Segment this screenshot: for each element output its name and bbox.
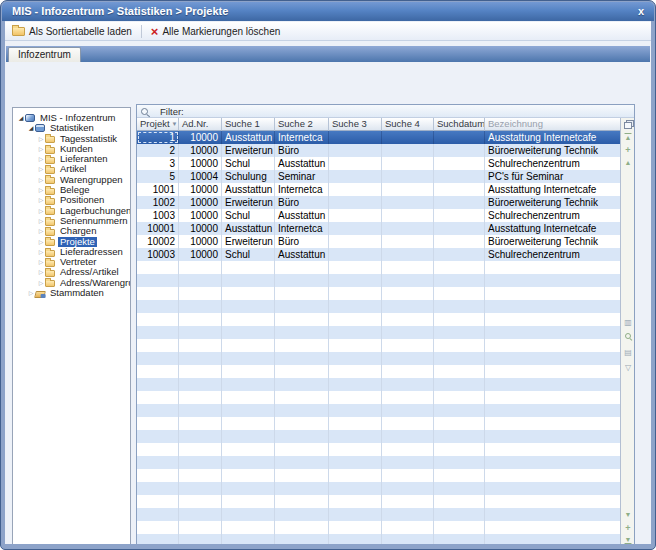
table-row-empty bbox=[137, 352, 621, 365]
collapsed-arrow-icon[interactable]: ▷ bbox=[37, 278, 45, 288]
add-mark-icon[interactable]: + bbox=[621, 145, 635, 155]
tree-item-belege[interactable]: ▷Belege bbox=[13, 185, 130, 195]
table-cell bbox=[275, 456, 329, 469]
table-cell bbox=[434, 196, 485, 209]
columns-panel-icon[interactable]: ▥ bbox=[621, 318, 635, 328]
tree-item-stammdaten[interactable]: ▷Stammdaten bbox=[13, 288, 130, 298]
table-cell bbox=[382, 508, 434, 521]
table-row[interactable]: 100210000ErweiterunBüroBüroerweiterung T… bbox=[137, 196, 621, 209]
expanded-arrow-icon[interactable]: ◢ bbox=[27, 123, 35, 133]
table-cell bbox=[137, 404, 179, 417]
table-row[interactable]: 100110000AusstattunInternetcaAusstattung… bbox=[137, 183, 621, 196]
red-x-icon: × bbox=[151, 25, 159, 38]
close-icon[interactable]: x bbox=[638, 2, 644, 21]
table-row[interactable]: 1000310000SchulAusstattunSchulrechenzent… bbox=[137, 248, 621, 261]
collapsed-arrow-icon[interactable]: ▷ bbox=[37, 154, 45, 164]
table-cell bbox=[275, 404, 329, 417]
scroll-up-icon[interactable]: ▲ bbox=[621, 158, 635, 168]
go-last-icon[interactable]: ▼ bbox=[621, 535, 635, 544]
table-row[interactable]: 1000110000AusstattunInternetcaAusstattun… bbox=[137, 222, 621, 235]
tree-item-chargen[interactable]: ▷Chargen bbox=[13, 226, 130, 236]
tree-item-warengruppen[interactable]: ▷Warengruppen bbox=[13, 175, 130, 185]
tree-item-mis-infozentrum[interactable]: ◢MIS - Infozentrum bbox=[13, 113, 130, 123]
rows-panel-icon[interactable]: ▤ bbox=[621, 348, 635, 358]
tree-item-lieferadressen[interactable]: ▷Lieferadressen bbox=[13, 247, 130, 257]
load-sort-table-button[interactable]: Als Sortiertabelle laden bbox=[5, 23, 139, 40]
tree-item-label: Lieferadressen bbox=[58, 247, 125, 257]
scroll-down-icon[interactable]: ▼ bbox=[621, 510, 635, 520]
folder-icon bbox=[45, 229, 55, 236]
tree-item-projekte[interactable]: ▷Projekte bbox=[13, 237, 130, 247]
tree-item-statistiken[interactable]: ◢Statistiken bbox=[13, 123, 130, 133]
filter-panel-icon[interactable]: ▽ bbox=[621, 363, 635, 373]
column-header-suche-2[interactable]: Suche 2 bbox=[275, 118, 329, 131]
collapsed-arrow-icon[interactable]: ▷ bbox=[37, 164, 45, 174]
table-cell: 10004 bbox=[179, 170, 222, 183]
grid-filter-row[interactable]: Filter: bbox=[137, 105, 634, 118]
table-row[interactable]: 1000210000ErweiterunBüroBüroerweiterung … bbox=[137, 235, 621, 248]
column-header-bezeichnung[interactable]: Bezeichnung bbox=[485, 118, 621, 131]
tree-item-tagesstatistik[interactable]: ▷Tagesstatistik bbox=[13, 134, 130, 144]
collapsed-arrow-icon[interactable]: ▷ bbox=[37, 134, 45, 144]
column-header-suche-4[interactable]: Suche 4 bbox=[382, 118, 434, 131]
column-header-ad-nr-[interactable]: Ad.Nr. bbox=[179, 118, 222, 131]
table-row[interactable]: 100310000SchulAusstattunSchulrechenzentr… bbox=[137, 209, 621, 222]
table-cell bbox=[137, 313, 179, 326]
table-cell: Büroerweiterung Technik bbox=[485, 196, 621, 209]
table-row[interactable]: 110000AusstattunInternetcaAusstattung In… bbox=[137, 131, 621, 144]
tab-infozentrum[interactable]: Infozentrum bbox=[8, 47, 81, 62]
table-cell bbox=[485, 261, 621, 274]
table-cell bbox=[137, 456, 179, 469]
table-cell bbox=[434, 495, 485, 508]
tree-item-positionen[interactable]: ▷Positionen bbox=[13, 195, 130, 205]
column-header-suche-1[interactable]: Suche 1 bbox=[222, 118, 275, 131]
grid-nav-strip: ▲ + ▲ ▥ ▤ ▽ ▼ + ▼ bbox=[620, 118, 634, 544]
table-row-empty bbox=[137, 521, 621, 534]
tree-item-artikel[interactable]: ▷Artikel bbox=[13, 164, 130, 174]
tree-item-adress-warengruppen[interactable]: ▷Adress/Warengruppen bbox=[13, 278, 130, 288]
collapsed-arrow-icon[interactable]: ▷ bbox=[37, 175, 45, 185]
collapsed-arrow-icon[interactable]: ▷ bbox=[37, 144, 45, 154]
table-cell bbox=[382, 274, 434, 287]
table-row[interactable]: 310000SchulAusstattunSchulrechenzentrum bbox=[137, 157, 621, 170]
add-mark-bottom-icon[interactable]: + bbox=[621, 523, 635, 533]
go-first-icon[interactable]: ▲ bbox=[621, 133, 635, 143]
collapsed-arrow-icon[interactable]: ▷ bbox=[37, 206, 45, 216]
collapsed-arrow-icon[interactable]: ▷ bbox=[37, 257, 45, 267]
grid-search-icon[interactable] bbox=[624, 332, 633, 341]
collapsed-arrow-icon[interactable]: ▷ bbox=[37, 185, 45, 195]
table-cell bbox=[329, 365, 382, 378]
table-cell: Schulrechenzentrum bbox=[485, 248, 621, 261]
collapsed-arrow-icon[interactable]: ▷ bbox=[37, 216, 45, 226]
collapsed-arrow-icon[interactable]: ▷ bbox=[37, 247, 45, 257]
column-header-projekt[interactable]: Projekt▼ bbox=[137, 118, 179, 131]
tree-item-vertreter[interactable]: ▷Vertreter bbox=[13, 257, 130, 267]
collapsed-arrow-icon[interactable]: ▷ bbox=[37, 195, 45, 205]
tree-item-adress-artikel[interactable]: ▷Adress/Artikel bbox=[13, 267, 130, 277]
collapsed-arrow-icon[interactable]: ▷ bbox=[37, 237, 45, 247]
column-chooser-icon[interactable] bbox=[624, 120, 632, 127]
collapsed-arrow-icon[interactable]: ▷ bbox=[37, 267, 45, 277]
column-header-suche-3[interactable]: Suche 3 bbox=[329, 118, 382, 131]
tree-item-seriennummern[interactable]: ▷Seriennummern bbox=[13, 216, 130, 226]
table-row-empty bbox=[137, 456, 621, 469]
table-cell bbox=[434, 391, 485, 404]
table-cell bbox=[382, 469, 434, 482]
folder-icon bbox=[45, 167, 55, 174]
clear-marks-button[interactable]: × Alle Markierungen löschen bbox=[144, 23, 287, 40]
tree-item-kunden[interactable]: ▷Kunden bbox=[13, 144, 130, 154]
table-cell bbox=[434, 170, 485, 183]
table-cell bbox=[179, 326, 222, 339]
table-cell bbox=[485, 365, 621, 378]
collapsed-arrow-icon[interactable]: ▷ bbox=[37, 226, 45, 236]
table-row[interactable]: 510004SchulungSeminarPC's für Seminar bbox=[137, 170, 621, 183]
table-cell bbox=[275, 326, 329, 339]
expanded-arrow-icon[interactable]: ◢ bbox=[17, 113, 25, 123]
table-row-empty bbox=[137, 287, 621, 300]
tree-item-lieferanten[interactable]: ▷Lieferanten bbox=[13, 154, 130, 164]
window-titlebar[interactable]: MIS - Infozentrum > Statistiken > Projek… bbox=[2, 2, 654, 21]
table-row[interactable]: 210000ErweiterunBüroBüroerweiterung Tech… bbox=[137, 144, 621, 157]
column-header-suchdatum[interactable]: Suchdatum bbox=[434, 118, 485, 131]
table-cell bbox=[137, 495, 179, 508]
tree-item-lagerbuchungen[interactable]: ▷Lagerbuchungen bbox=[13, 206, 130, 216]
